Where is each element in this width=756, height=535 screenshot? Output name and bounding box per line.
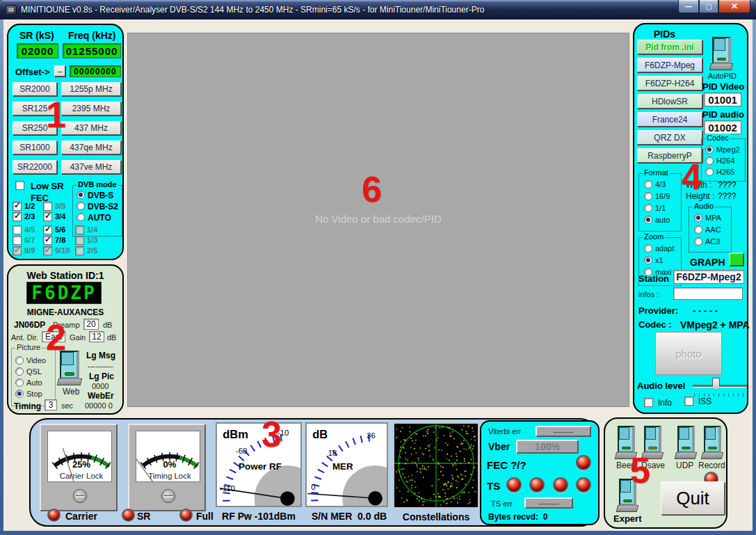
carrier-lock-knob[interactable] (73, 489, 87, 503)
dvb-auto-radio[interactable] (77, 213, 85, 221)
fec-checkbox[interactable] (75, 225, 84, 234)
pid-video-input[interactable] (704, 93, 741, 106)
codec-label: Codec : (638, 319, 672, 330)
pid-audio-input[interactable] (704, 120, 741, 134)
preset-sr-button[interactable]: SR1000 (13, 141, 57, 154)
audio-aac-label: AAC (705, 225, 721, 234)
fec-checkbox[interactable] (13, 236, 22, 245)
photo-button[interactable]: photo (655, 332, 722, 375)
audio-aac-radio[interactable] (694, 225, 702, 234)
sr-input[interactable] (17, 43, 58, 58)
picture-qsl-radio[interactable] (15, 367, 24, 376)
timing-input[interactable] (45, 399, 57, 410)
pid-from-ini-button[interactable]: Pid from .ini (637, 40, 702, 54)
iss-checkbox[interactable] (684, 397, 693, 406)
fec-checkbox[interactable] (75, 236, 84, 245)
timing-lock-knob[interactable] (161, 489, 175, 503)
fec-checkbox[interactable] (13, 212, 22, 221)
picture-video-radio[interactable] (15, 356, 24, 365)
format-169-radio[interactable] (644, 192, 652, 200)
codec-h265-radio[interactable] (705, 168, 714, 176)
pid-preset-button[interactable]: F6DZP-Mpeg (637, 58, 702, 72)
fec-checkbox[interactable] (43, 212, 52, 221)
audio-level-thumb[interactable] (712, 378, 720, 390)
preset-freq-button[interactable]: 437ve MHz (61, 160, 121, 174)
width-value: ???? (718, 180, 737, 190)
offset-minus-button[interactable]: – (54, 65, 65, 77)
codec-mpeg2-radio[interactable] (705, 145, 714, 154)
carrier-lock-label: Carrier Lock (60, 472, 104, 480)
fec-checkbox[interactable] (13, 246, 22, 255)
preset-freq-button[interactable]: 437 MHz (61, 121, 121, 135)
viterbi-panel: Viterbi err -------- Vber 100% FEC ?/? T… (480, 420, 600, 525)
preset-freq-button[interactable]: 1255p MHz (61, 82, 121, 96)
lg-msg-label: Lg Msg (86, 351, 115, 360)
video-area: No Video or bad codec/PID (127, 33, 629, 407)
pid-preset-button[interactable]: QRZ DX (637, 130, 702, 145)
low-sr-checkbox[interactable] (15, 181, 24, 190)
provider-value: - - - - - (693, 305, 718, 316)
minimize-button[interactable]: — (678, 0, 699, 13)
fec-checkbox[interactable] (43, 236, 52, 245)
record-toggle[interactable] (704, 426, 726, 459)
lg-pic-value: 0000 (92, 382, 108, 390)
codec-h264-radio[interactable] (705, 157, 714, 165)
annotation-6: 6 (362, 171, 382, 207)
dvb-s2-label: DVB-S2 (88, 202, 118, 211)
fec-option-label: 8/9 (24, 246, 35, 255)
full-led-label: Full (196, 511, 214, 522)
title-bar[interactable]: MINITIOUNE v0.8s - Receiver/Analyser DVB… (0, 0, 756, 19)
audio-mpa-radio[interactable] (694, 214, 702, 222)
sr-led-label: SR (137, 511, 150, 522)
format-auto-radio[interactable] (644, 216, 652, 224)
dvb-s2-radio[interactable] (77, 202, 85, 210)
close-button[interactable]: ✕ (718, 0, 750, 13)
dvb-s-radio[interactable] (77, 191, 85, 199)
window-title: MINITIOUNE v0.8s - Receiver/Analyser DVB… (21, 5, 484, 15)
fec-checkbox[interactable] (75, 246, 84, 255)
preset-freq-button[interactable]: 437qe MHz (61, 141, 121, 154)
picture-qsl-label: QSL (26, 367, 42, 376)
carrier-led-label: Carrier (65, 511, 97, 522)
ts-led-1 (506, 477, 522, 493)
snr-mer-status: S/N MER 0.0 dB (304, 511, 394, 522)
preset-sr-button[interactable]: SR2000 (13, 82, 57, 96)
offset-input[interactable] (70, 65, 121, 77)
fec-checkbox[interactable] (43, 246, 52, 255)
preset-sr-button[interactable]: SR22000 (13, 160, 57, 174)
pid-preset-button[interactable]: France24 (637, 112, 702, 127)
audio-ac3-radio[interactable] (694, 237, 702, 246)
quit-button[interactable]: Quit (661, 481, 725, 515)
graph-indicator[interactable] (729, 253, 744, 266)
preset-freq-button[interactable]: 2395 MHz (61, 102, 121, 115)
zoom-adapt-radio[interactable] (644, 244, 652, 253)
info-checkbox[interactable] (644, 398, 653, 407)
fec-checkbox[interactable] (43, 202, 52, 211)
format-group-title: Format (643, 168, 670, 177)
lg-pic-label: Lg Pic (89, 372, 114, 381)
picture-auto-radio[interactable] (15, 378, 24, 387)
fec-checkbox[interactable] (13, 225, 22, 234)
station-input[interactable] (673, 270, 744, 284)
infos-input[interactable] (673, 287, 743, 300)
format-43-radio[interactable] (644, 180, 652, 189)
pid-preset-button[interactable]: F6DZP-H264 (637, 76, 702, 90)
fec-status-label: FEC ?/? (487, 459, 526, 471)
picture-stop-radio[interactable] (15, 390, 24, 398)
autopid-toggle[interactable] (712, 37, 736, 70)
audio-group-title: Audio (693, 202, 715, 210)
mer-meter: dB 36 18 0 MER (305, 422, 388, 507)
fec-checkbox[interactable] (43, 225, 52, 234)
preamp-input[interactable] (83, 319, 99, 330)
freq-input[interactable] (63, 43, 121, 58)
pid-preset-button[interactable]: HDlowSR (637, 94, 702, 109)
audio-level-slider[interactable] (693, 385, 747, 387)
udp-toggle[interactable] (677, 426, 700, 459)
maximize-button[interactable]: ▢ (699, 0, 718, 13)
fec-checkbox[interactable] (13, 202, 22, 211)
station-label: Station (638, 273, 669, 284)
sr-label: SR (kS) (19, 30, 54, 41)
zoom-x1-radio[interactable] (644, 256, 652, 264)
format-11-radio[interactable] (644, 204, 652, 212)
gain-input[interactable] (89, 331, 104, 342)
